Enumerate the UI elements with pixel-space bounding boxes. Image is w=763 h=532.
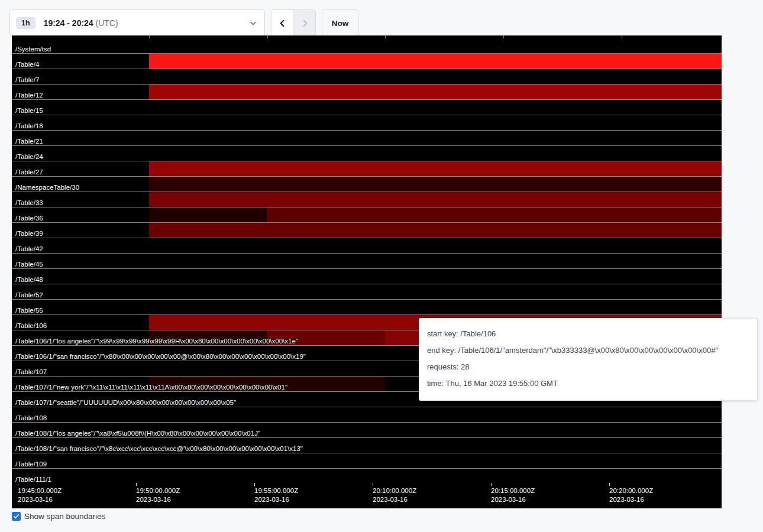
heatmap-cell[interactable] — [12, 146, 149, 161]
heatmap-cell[interactable] — [267, 100, 385, 115]
heatmap-cell[interactable] — [12, 131, 149, 146]
heatmap-cell[interactable] — [149, 69, 267, 85]
heatmap-cell[interactable] — [385, 207, 503, 223]
heatmap-cell[interactable] — [267, 192, 385, 207]
heatmap-cell[interactable] — [385, 300, 503, 315]
heatmap-row[interactable]: /Table/12 — [12, 85, 722, 100]
heatmap-cell[interactable] — [385, 85, 503, 100]
heatmap-cell[interactable] — [267, 254, 385, 269]
heatmap-cell[interactable] — [267, 54, 385, 69]
heatmap-cell[interactable] — [12, 161, 149, 177]
heatmap-cell[interactable] — [267, 69, 385, 85]
heatmap-cell[interactable] — [622, 453, 722, 469]
heatmap-cell[interactable] — [503, 254, 622, 269]
chevron-down-icon[interactable] — [249, 19, 257, 27]
heatmap-cell[interactable] — [149, 38, 267, 54]
heatmap-cell[interactable] — [622, 407, 722, 423]
heatmap-cell[interactable] — [149, 100, 267, 115]
heatmap-cell[interactable] — [149, 223, 267, 238]
heatmap-cell[interactable] — [622, 423, 722, 438]
heatmap-cell[interactable] — [267, 346, 385, 361]
previous-range-button[interactable] — [271, 10, 293, 36]
heatmap-cell[interactable] — [503, 54, 622, 69]
heatmap-cell[interactable] — [503, 177, 622, 192]
heatmap-cell[interactable] — [503, 69, 622, 85]
heatmap-cell[interactable] — [622, 54, 722, 69]
heatmap-cell[interactable] — [12, 392, 149, 407]
heatmap-cell[interactable] — [12, 300, 149, 315]
heatmap-cell[interactable] — [267, 438, 385, 453]
heatmap-cell[interactable] — [385, 115, 503, 131]
heatmap-cell[interactable] — [267, 300, 385, 315]
heatmap-cell[interactable] — [267, 131, 385, 146]
heatmap-cell[interactable] — [12, 423, 149, 438]
heatmap-cell[interactable] — [12, 377, 149, 392]
heatmap-row[interactable]: /Table/21 — [12, 131, 722, 146]
heatmap-row[interactable]: /Table/108 — [12, 407, 722, 423]
heatmap-cell[interactable] — [12, 177, 149, 192]
heatmap-cell[interactable] — [385, 284, 503, 300]
heatmap-row[interactable]: /Table/36 — [12, 207, 722, 223]
heatmap-cell[interactable] — [12, 269, 149, 284]
key-visualizer-heatmap[interactable]: /System/tsd/Table/4/Table/7/Table/12/Tab… — [12, 35, 722, 508]
heatmap-cell[interactable] — [267, 453, 385, 469]
heatmap-cell[interactable] — [385, 254, 503, 269]
heatmap-cell[interactable] — [267, 38, 385, 54]
heatmap-cell[interactable] — [503, 269, 622, 284]
heatmap-cell[interactable] — [385, 423, 503, 438]
heatmap-row[interactable]: /Table/109 — [12, 453, 722, 469]
heatmap-cell[interactable] — [149, 392, 267, 407]
heatmap-cell[interactable] — [267, 85, 385, 100]
heatmap-cell[interactable] — [12, 223, 149, 238]
heatmap-cell[interactable] — [622, 161, 722, 177]
heatmap-cell[interactable] — [385, 38, 503, 54]
heatmap-cell[interactable] — [267, 361, 385, 377]
heatmap-cell[interactable] — [503, 300, 622, 315]
heatmap-cell[interactable] — [12, 407, 149, 423]
heatmap-cell[interactable] — [149, 161, 267, 177]
show-span-boundaries-label[interactable]: Show span boundaries — [24, 512, 105, 521]
heatmap-cell[interactable] — [12, 100, 149, 115]
heatmap-cell[interactable] — [12, 115, 149, 131]
heatmap-row[interactable]: /Table/7 — [12, 69, 722, 85]
heatmap-cell[interactable] — [149, 207, 267, 223]
heatmap-cell[interactable] — [12, 254, 149, 269]
heatmap-cell[interactable] — [267, 146, 385, 161]
heatmap-cell[interactable] — [385, 131, 503, 146]
heatmap-cell[interactable] — [503, 192, 622, 207]
heatmap-cell[interactable] — [385, 177, 503, 192]
heatmap-cell[interactable] — [622, 115, 722, 131]
heatmap-cell[interactable] — [267, 392, 385, 407]
heatmap-cell[interactable] — [267, 207, 385, 223]
heatmap-cell[interactable] — [267, 377, 385, 392]
heatmap-cell[interactable] — [622, 69, 722, 85]
heatmap-cell[interactable] — [267, 269, 385, 284]
next-range-button[interactable] — [293, 10, 315, 36]
heatmap-cell[interactable] — [267, 330, 385, 346]
heatmap-cell[interactable] — [149, 146, 267, 161]
heatmap-row[interactable]: /System/tsd — [12, 38, 722, 54]
heatmap-cell[interactable] — [503, 407, 622, 423]
heatmap-row[interactable]: /Table/52 — [12, 284, 722, 300]
heatmap-cell[interactable] — [503, 100, 622, 115]
heatmap-cell[interactable] — [385, 69, 503, 85]
heatmap-cell[interactable] — [12, 330, 149, 346]
heatmap-row[interactable]: /Table/42 — [12, 238, 722, 254]
heatmap-cell[interactable] — [503, 38, 622, 54]
heatmap-cell[interactable] — [503, 453, 622, 469]
heatmap-cell[interactable] — [149, 377, 267, 392]
heatmap-row[interactable]: /NamespaceTable/30 — [12, 177, 722, 192]
heatmap-row[interactable]: /Table/39 — [12, 223, 722, 238]
heatmap-cell[interactable] — [267, 315, 385, 330]
heatmap-row[interactable]: /Table/108/1/"san francisco"/"\x8c\xcc\x… — [12, 438, 722, 453]
heatmap-cell[interactable] — [12, 192, 149, 207]
heatmap-cell[interactable] — [12, 38, 149, 54]
heatmap-row[interactable]: /Table/18 — [12, 115, 722, 131]
heatmap-cell[interactable] — [385, 438, 503, 453]
heatmap-cell[interactable] — [385, 223, 503, 238]
heatmap-cell[interactable] — [12, 207, 149, 223]
heatmap-cell[interactable] — [149, 423, 267, 438]
heatmap-cell[interactable] — [12, 469, 149, 483]
heatmap-cell[interactable] — [149, 54, 267, 69]
heatmap-cell[interactable] — [503, 146, 622, 161]
